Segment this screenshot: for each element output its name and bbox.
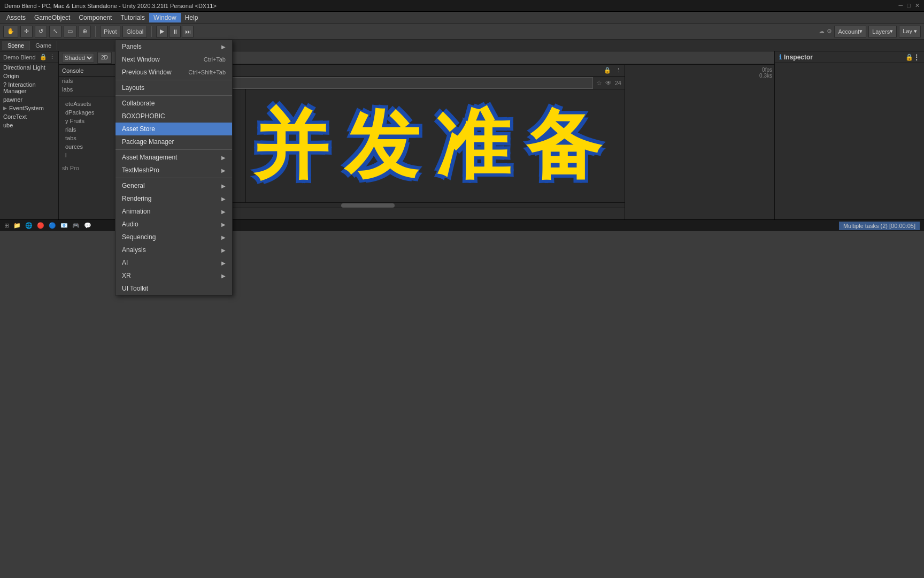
custom-tool-btn[interactable]: ⊕: [79, 26, 91, 37]
inspector-header: ℹ Inspector 🔒 ⋮: [775, 51, 924, 63]
inspector-title: Inspector: [784, 54, 813, 61]
scale-tool-btn[interactable]: ⤡: [49, 26, 61, 37]
menu-help[interactable]: Help: [181, 13, 203, 22]
menu-item-asset-store[interactable]: Asset Store: [116, 123, 232, 135]
2d-toggle[interactable]: 2D: [97, 52, 112, 64]
submenu-arrow-icon: ▶: [221, 247, 226, 253]
submenu-arrow-icon: ▶: [221, 234, 226, 240]
separator-2: [151, 26, 152, 37]
hierarchy-item-label: ? Interaction Manager: [3, 81, 55, 94]
assets-main-area: 并发准备: [246, 89, 625, 202]
tab-scene[interactable]: Scene: [2, 41, 30, 50]
menu-item-layouts[interactable]: Layouts: [116, 81, 232, 94]
hand-tool-btn[interactable]: ✋: [3, 26, 18, 37]
submenu-arrow-icon: ▶: [221, 273, 226, 279]
info-icon: ℹ: [779, 54, 782, 61]
menu-item-boxophobic[interactable]: BOXOPHOBIC: [116, 110, 232, 123]
menu-component[interactable]: Component: [74, 13, 116, 22]
star-icon: ☆: [596, 79, 602, 87]
rect-tool-btn[interactable]: ▭: [64, 26, 76, 37]
tab-game[interactable]: Game: [30, 41, 57, 50]
menu-item-ui-toolkit[interactable]: UI Toolkit: [116, 282, 232, 295]
status-icon-8: 💬: [84, 222, 91, 229]
menu-assets[interactable]: Assets: [2, 13, 30, 22]
account-dropdown[interactable]: Account ▾: [834, 26, 866, 37]
title-text: Demo Blend - PC, Mac & Linux Standalone …: [4, 3, 217, 9]
menu-bar: Assets GameObject Component Tutorials Wi…: [0, 12, 924, 24]
status-icons: ⊞ 📁 🌐 🔴 🔵 📧 🎮 💬: [4, 222, 91, 229]
submenu-arrow-icon: ▶: [221, 209, 226, 215]
pause-btn[interactable]: ⏸: [169, 26, 181, 37]
bottom-chinese-text: 并发准备: [253, 95, 617, 197]
menu-item-package-manager[interactable]: Package Manager: [116, 135, 232, 148]
submenu-arrow-icon: ▶: [221, 168, 226, 173]
status-icon-3: 🌐: [25, 222, 33, 229]
separator-4: [116, 178, 232, 178]
status-icon-2: 📁: [13, 222, 21, 229]
submenu-arrow-icon: ▶: [221, 44, 226, 50]
pivot-btn[interactable]: Pivot: [100, 26, 120, 37]
submenu-arrow-icon: ▶: [221, 196, 226, 202]
layout-dropdown[interactable]: Lay ▾: [899, 26, 921, 37]
hierarchy-item-ube[interactable]: ube: [0, 121, 58, 130]
hierarchy-item-directional-light[interactable]: Directional Light: [0, 63, 58, 72]
hierarchy-item-interaction-manager[interactable]: ? Interaction Manager: [0, 80, 58, 95]
hierarchy-item-eventsystem[interactable]: ▶ EventSystem: [0, 104, 58, 112]
toolbar-right: ☁ ⚙ Account ▾ Layers ▾ Lay ▾: [819, 26, 921, 37]
maximize-btn[interactable]: □: [907, 2, 911, 9]
menu-item-asset-management[interactable]: Asset Management ▶: [116, 151, 232, 164]
menu-tutorials[interactable]: Tutorials: [116, 13, 149, 22]
cloud-icon: ☁: [819, 28, 825, 35]
menu-item-rendering[interactable]: Rendering ▶: [116, 192, 232, 205]
hierarchy-item-label: pawner: [3, 96, 22, 103]
hierarchy-item-pawner[interactable]: pawner: [0, 95, 58, 104]
menu-item-analysis[interactable]: Analysis ▶: [116, 244, 232, 256]
play-btn[interactable]: ▶: [156, 26, 168, 37]
step-btn[interactable]: ⏭: [182, 26, 194, 37]
hierarchy-panel: Demo Blend 🔒 ⋮ Directional Light Origin …: [0, 51, 59, 219]
move-tool-btn[interactable]: ✛: [20, 26, 33, 37]
separator-2: [116, 95, 232, 96]
console-title: Console: [62, 67, 83, 74]
menu-item-animation[interactable]: Animation ▶: [116, 205, 232, 218]
menu-item-prev-window[interactable]: Previous Window Ctrl+Shift+Tab: [116, 66, 232, 79]
shading-mode-select[interactable]: Shaded: [62, 53, 94, 63]
menu-item-general[interactable]: General ▶: [116, 179, 232, 192]
bottom-overlay: 并发准备: [246, 89, 625, 202]
hierarchy-item-label: CoreText: [3, 113, 27, 120]
lock-icon: 🔒: [604, 67, 611, 74]
menu-gameobject[interactable]: GameObject: [30, 13, 74, 22]
menu-item-audio[interactable]: Audio ▶: [116, 218, 232, 231]
global-btn[interactable]: Global: [122, 26, 147, 37]
menu-item-sequencing[interactable]: Sequencing ▶: [116, 231, 232, 244]
lock-icon: 🔒: [905, 54, 913, 61]
window-controls: ─ □ ✕: [899, 2, 920, 9]
fps-info: 0fps 0.3ks: [759, 67, 772, 79]
menu-item-panels[interactable]: Panels ▶: [116, 40, 232, 53]
scrollbar-thumb: [341, 203, 395, 208]
assets-menu-icon[interactable]: ⋮: [615, 67, 621, 74]
menu-item-ai[interactable]: AI ▶: [116, 256, 232, 269]
close-btn[interactable]: ✕: [915, 2, 920, 9]
separator-1: [116, 80, 232, 80]
hierarchy-item-coretext[interactable]: CoreText: [0, 112, 58, 121]
play-controls: ▶ ⏸ ⏭: [156, 26, 194, 37]
separator-3: [116, 149, 232, 150]
minimize-btn[interactable]: ─: [899, 2, 903, 9]
status-icon-4: 🔴: [37, 222, 44, 229]
eye-icon: 👁: [605, 79, 612, 87]
menu-item-xr[interactable]: XR ▶: [116, 269, 232, 282]
title-bar: Demo Blend - PC, Mac & Linux Standalone …: [0, 0, 924, 12]
menu-window[interactable]: Window: [149, 13, 181, 22]
menu-item-collaborate[interactable]: Collaborate: [116, 97, 232, 110]
menu-item-next-window[interactable]: Next Window Ctrl+Tab: [116, 53, 232, 66]
inspector-menu-icon[interactable]: ⋮: [913, 54, 920, 61]
layers-dropdown[interactable]: Layers ▾: [868, 26, 897, 37]
menu-item-textmeshpro[interactable]: TextMeshPro ▶: [116, 164, 232, 177]
hierarchy-title: Demo Blend: [3, 54, 36, 60]
inspector-panel: ℹ Inspector 🔒 ⋮: [774, 51, 924, 219]
status-icon-7: 🎮: [72, 222, 80, 229]
hierarchy-item-origin[interactable]: Origin: [0, 72, 58, 80]
hierarchy-menu-icon[interactable]: ⋮: [49, 54, 55, 60]
rotate-tool-btn[interactable]: ↺: [35, 26, 47, 37]
